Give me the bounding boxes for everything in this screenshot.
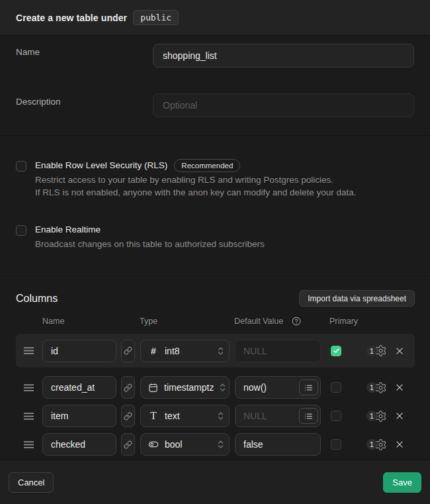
recommended-badge: Recommended (174, 159, 240, 172)
column-type-select[interactable]: # int8 (140, 340, 230, 362)
default-value-menu-button[interactable] (299, 408, 318, 424)
header-type: Type (140, 317, 234, 326)
column-type-label: int8 (165, 346, 212, 356)
columns-table-header: Name Type Default Value Primary (0, 317, 430, 326)
remove-column-button[interactable] (395, 346, 404, 356)
drag-handle-icon[interactable] (24, 347, 34, 354)
remove-column-button[interactable] (395, 383, 404, 392)
chevron-updown-icon (218, 440, 224, 449)
column-type-label: timestamptz (164, 382, 214, 393)
column-type-select[interactable]: bool (140, 433, 230, 456)
primary-checkbox[interactable] (331, 439, 341, 450)
foreign-key-icon[interactable] (121, 376, 135, 399)
column-name-input[interactable] (42, 405, 116, 427)
primary-checkbox[interactable] (331, 411, 341, 421)
settings-count-badge: 1 (366, 382, 377, 393)
column-row: T text 1 (16, 405, 415, 427)
panel-title: Create a new table under (16, 13, 127, 23)
panel-header: Create a new table under public (0, 0, 430, 35)
column-type-label: bool (165, 439, 212, 450)
hash-icon: # (148, 346, 159, 356)
panel-footer: Cancel Save (0, 460, 430, 504)
toggle-icon (148, 439, 159, 450)
column-row: # int8 1 (16, 334, 415, 368)
foreign-key-icon[interactable] (121, 340, 135, 362)
column-type-label: text (165, 411, 212, 421)
column-row: bool 1 (16, 433, 415, 456)
foreign-key-icon[interactable] (121, 405, 135, 427)
header-default-value: Default Value (234, 317, 289, 326)
import-spreadsheet-button[interactable]: Import data via spreadsheet (299, 290, 415, 307)
drag-handle-icon[interactable] (24, 384, 34, 391)
columns-title: Columns (16, 293, 58, 305)
options-section: Enable Row Level Security (RLS) Recommen… (0, 136, 430, 276)
table-name-input[interactable] (153, 44, 414, 68)
table-description-input[interactable] (153, 93, 414, 117)
realtime-label: Enable Realtime (35, 225, 101, 234)
column-settings-button[interactable]: 1 (366, 344, 387, 357)
drag-handle-icon[interactable] (24, 413, 34, 420)
column-row: timestamptz 1 (16, 376, 415, 399)
column-settings-button[interactable]: 1 (366, 410, 387, 423)
default-value-input (235, 340, 321, 362)
column-name-input[interactable] (42, 433, 116, 456)
chevron-updown-icon (218, 411, 224, 421)
column-settings-button[interactable]: 1 (366, 381, 387, 394)
foreign-key-icon[interactable] (121, 433, 135, 456)
chevron-updown-icon (220, 383, 226, 392)
name-label: Name (16, 44, 153, 68)
rls-checkbox[interactable] (16, 161, 26, 172)
description-label: Description (16, 93, 153, 117)
settings-count-badge: 1 (366, 346, 377, 356)
remove-column-button[interactable] (395, 440, 404, 449)
realtime-checkbox[interactable] (16, 225, 26, 236)
settings-count-badge: 1 (366, 411, 377, 421)
chevron-updown-icon (218, 346, 224, 356)
remove-column-button[interactable] (395, 411, 404, 421)
header-primary: Primary (329, 317, 358, 326)
primary-checkbox[interactable] (331, 346, 341, 356)
columns-section: Columns Import data via spreadsheet Name… (0, 276, 430, 456)
drag-handle-icon[interactable] (24, 441, 34, 448)
column-name-input[interactable] (42, 376, 116, 399)
column-settings-button[interactable]: 1 (366, 438, 387, 451)
realtime-description: Broadcast changes on this table to autho… (35, 238, 265, 250)
primary-checkbox[interactable] (331, 382, 341, 393)
table-info-section: Name Description (0, 36, 430, 135)
rls-description-line2: If RLS is not enabled, anyone with the a… (35, 186, 357, 199)
rls-label: Enable Row Level Security (RLS) (35, 160, 167, 170)
text-type-icon: T (148, 410, 159, 422)
default-value-input[interactable] (235, 433, 321, 456)
save-button[interactable]: Save (383, 472, 421, 493)
header-name: Name (42, 317, 140, 326)
rls-description-line1: Restrict access to your table by enablin… (35, 174, 357, 186)
calendar-icon (148, 383, 158, 393)
schema-badge: public (133, 10, 179, 25)
help-icon[interactable] (292, 317, 301, 326)
cancel-button[interactable]: Cancel (9, 472, 54, 493)
column-name-input[interactable] (42, 340, 116, 362)
column-type-select[interactable]: timestamptz (140, 376, 230, 399)
default-value-menu-button[interactable] (299, 379, 318, 395)
settings-count-badge: 1 (366, 439, 377, 450)
column-type-select[interactable]: T text (140, 405, 230, 427)
